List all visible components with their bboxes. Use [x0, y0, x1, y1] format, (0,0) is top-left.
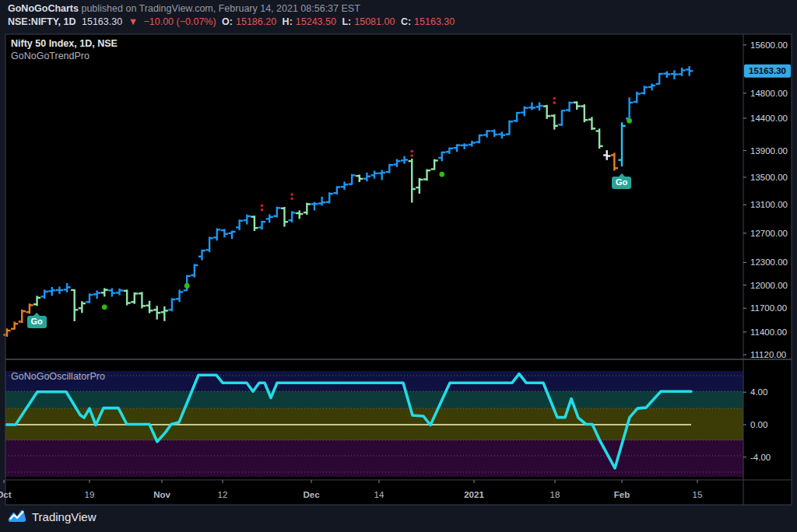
symbol-name: NSE:NIFTY, 1D — [8, 16, 76, 27]
time-axis-label: 14 — [374, 490, 384, 499]
symbol-status-row: NSE:NIFTY, 1D 15163.30 ▼ −10.00 (−0.07%)… — [8, 16, 458, 27]
oscillator-band — [5, 391, 743, 408]
alert-marker-icon — [553, 101, 556, 104]
alert-marker-icon — [410, 154, 413, 157]
price-axis[interactable]: 15600.0014800.0014400.0013900.0013500.00… — [743, 40, 788, 359]
go-signal-label: Go — [612, 177, 631, 189]
alert-marker-icon — [290, 198, 293, 201]
go-signal-label: Go — [27, 316, 47, 328]
price-axis-label: 11700.00 — [750, 303, 787, 313]
tradingview-published-chart: { "header": { "publisher": "GoNoGoCharts… — [0, 0, 797, 532]
down-arrow-icon: ▼ — [128, 16, 138, 27]
price-axis-label: 13500.00 — [750, 173, 788, 182]
open-value: 15186.20 — [236, 16, 276, 27]
oscillator-band — [5, 440, 743, 477]
last-price: 15163.30 — [82, 16, 122, 27]
close-label: C: — [401, 16, 411, 27]
tradingview-logo-icon — [8, 509, 26, 524]
open-label: O: — [222, 16, 233, 27]
alert-marker-icon — [261, 208, 264, 212]
price-axis-label: 12000.00 — [750, 281, 788, 290]
alert-marker-icon — [290, 193, 293, 196]
price-axis-label: 14400.00 — [750, 114, 788, 123]
publish-info: published on TradingView.com, February 1… — [79, 3, 360, 14]
alert-marker-icon — [410, 150, 413, 153]
time-axis-label: 12 — [218, 490, 228, 499]
low-value: 15081.00 — [354, 16, 395, 27]
trend-continuation-dot — [184, 283, 190, 289]
time-axis-label: Nov — [153, 490, 170, 499]
current-price-tag-text: 15163.30 — [749, 66, 786, 75]
publisher-name: GoNoGoCharts — [8, 3, 79, 14]
price-axis-label: 12300.00 — [750, 257, 788, 267]
trend-continuation-dot — [102, 304, 107, 310]
price-chart-surface[interactable]: 15600.0014800.0014400.0013900.0013500.00… — [0, 0, 797, 532]
alert-marker-icon — [553, 97, 556, 100]
oscillator-axis-label: -4.00 — [750, 453, 771, 462]
oscillator-axis-label: 0.00 — [750, 420, 767, 429]
time-axis-label: Dec — [303, 490, 320, 499]
time-axis-label: Oct — [0, 490, 12, 499]
price-axis-label: 13100.00 — [750, 200, 788, 209]
price-change: −10.00 (−0.07%) — [143, 16, 216, 27]
time-axis-label: Feb — [614, 490, 630, 499]
trend-continuation-dot — [439, 172, 444, 177]
tradingview-branding[interactable]: TradingView — [8, 509, 97, 524]
high-label: H: — [283, 16, 293, 27]
oscillator-pane-legend: GoNoGoOscillatorPro — [11, 371, 105, 382]
close-value: 15163.30 — [414, 16, 455, 27]
oscillator-axis-label: 4.00 — [750, 387, 767, 397]
time-axis-label: 18 — [550, 490, 560, 499]
time-axis-label: 19 — [85, 490, 95, 499]
high-value: 15243.50 — [296, 16, 336, 27]
price-axis-label: 11400.00 — [750, 327, 787, 337]
price-axis-label: 12700.00 — [750, 229, 788, 238]
main-pane-legend-title: Nifty 50 Index, 1D, NSE — [11, 38, 118, 49]
price-axis-label: 11120.00 — [750, 350, 786, 359]
publish-attribution: GoNoGoCharts published on TradingView.co… — [8, 3, 360, 14]
alert-marker-icon — [261, 204, 264, 207]
main-pane-legend-indicator: GoNoGoTrendPro — [11, 51, 90, 61]
price-axis-label: 15600.00 — [750, 40, 788, 50]
low-label: L: — [342, 16, 351, 27]
oscillator-band — [5, 371, 743, 391]
price-axis-label: 13900.00 — [750, 146, 788, 156]
trend-continuation-dot — [627, 118, 632, 124]
time-axis-label: 15 — [693, 490, 703, 499]
tradingview-brand-text: TradingView — [32, 510, 97, 523]
time-axis-label: 2021 — [464, 490, 484, 499]
price-axis-label: 14800.00 — [750, 89, 788, 98]
